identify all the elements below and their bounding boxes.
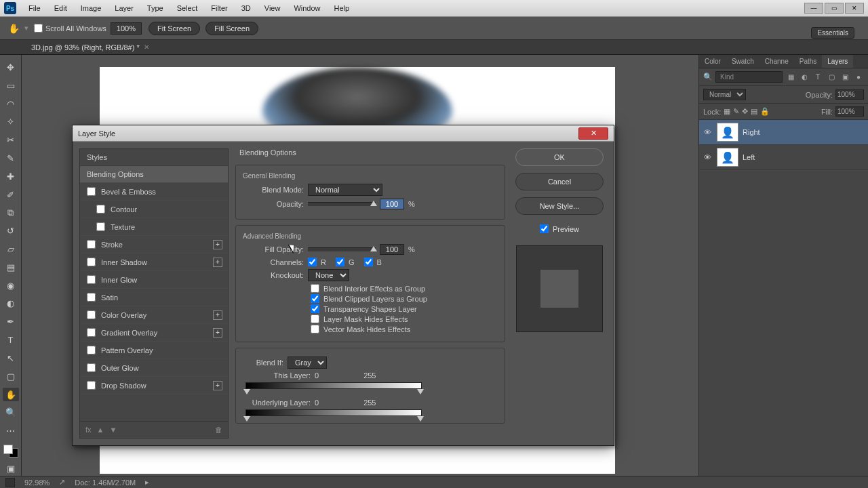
tab-channels[interactable]: Channe [760, 55, 794, 68]
lock-artboard-icon[interactable]: ▤ [751, 107, 757, 116]
new-style-button[interactable]: New Style... [515, 197, 604, 215]
channel-g-checkbox[interactable] [336, 258, 344, 266]
close-tab-icon[interactable]: ✕ [144, 43, 149, 51]
effect-outer-glow[interactable]: Outer Glow [80, 359, 228, 377]
add-effect-icon[interactable]: + [213, 258, 222, 267]
filter-smart-icon[interactable]: ▣ [840, 72, 850, 83]
add-effect-icon[interactable]: + [213, 381, 222, 390]
color-swatch[interactable] [3, 445, 18, 458]
status-zoom[interactable]: 92.98% [24, 479, 50, 487]
mini-bridge-icon[interactable] [5, 478, 15, 487]
visibility-icon[interactable]: 👁 [702, 127, 713, 138]
lock-transparency-icon[interactable]: ▦ [724, 107, 730, 116]
effect-checkbox[interactable] [96, 205, 105, 214]
fill-opacity-input[interactable]: 100 [380, 244, 404, 255]
filter-adjust-icon[interactable]: ◐ [799, 72, 810, 83]
quick-mask-icon[interactable]: ▣ [3, 462, 19, 476]
effect-checkbox[interactable] [87, 310, 96, 319]
brush-tool-icon[interactable]: ✐ [3, 188, 19, 202]
blend-clipped-checkbox[interactable] [311, 294, 319, 303]
visibility-icon[interactable]: 👁 [702, 152, 713, 163]
layer-fill-input[interactable] [835, 106, 864, 117]
this-layer-white-stop[interactable] [417, 389, 424, 394]
add-effect-icon[interactable]: + [213, 310, 222, 320]
effect-bevel-emboss[interactable]: Bevel & Emboss [80, 183, 228, 201]
layer-name[interactable]: Right [743, 128, 760, 136]
menu-edit[interactable]: Edit [47, 4, 74, 12]
layer-thumbnail[interactable]: 👤 [717, 123, 738, 142]
opacity-slider[interactable] [308, 202, 376, 206]
crop-tool-icon[interactable]: ✂ [3, 133, 19, 147]
layer-name[interactable]: Left [743, 153, 755, 161]
scroll-all-checkbox[interactable] [34, 24, 43, 33]
this-layer-gradient[interactable] [245, 382, 422, 389]
menu-select[interactable]: Select [170, 4, 205, 12]
effect-inner-glow[interactable]: Inner Glow [80, 271, 228, 289]
effect-inner-shadow[interactable]: Inner Shadow+ [80, 253, 228, 271]
effect-contour[interactable]: Contour [80, 201, 228, 218]
maximize-button[interactable]: ▭ [825, 3, 844, 14]
move-tool-icon[interactable]: ✥ [3, 60, 19, 75]
workspace-switcher[interactable]: Essentials [811, 27, 854, 39]
gradient-tool-icon[interactable]: ▤ [3, 260, 19, 274]
transparency-shapes-checkbox[interactable] [311, 304, 319, 313]
effect-blending-options[interactable]: Blending Options [80, 166, 228, 183]
stamp-tool-icon[interactable]: ⧉ [3, 206, 19, 220]
channel-r-checkbox[interactable] [308, 258, 317, 266]
layer-item-left[interactable]: 👁 👤 Left [699, 145, 868, 170]
knockout-dropdown[interactable]: None [308, 269, 349, 281]
menu-3d[interactable]: 3D [235, 4, 258, 12]
path-select-tool-icon[interactable]: ↖ [3, 351, 19, 365]
hand-tool-icon[interactable]: ✋ [3, 388, 19, 402]
zoom-input[interactable]: 100% [111, 22, 142, 35]
add-effect-icon[interactable]: + [213, 328, 222, 338]
opacity-input[interactable]: 100 [380, 199, 404, 209]
ok-button[interactable]: OK [515, 148, 604, 166]
effect-satin[interactable]: Satin [80, 289, 228, 306]
underlying-gradient[interactable] [245, 409, 422, 416]
filter-shape-icon[interactable]: ▢ [826, 72, 837, 83]
tab-color[interactable]: Color [699, 55, 726, 68]
type-tool-icon[interactable]: T [3, 333, 19, 347]
minimize-button[interactable]: — [804, 3, 823, 14]
effect-checkbox[interactable] [87, 240, 96, 249]
zoom-tool-icon[interactable]: 🔍 [3, 405, 19, 420]
blend-if-dropdown[interactable]: Gray [288, 357, 327, 369]
dialog-close-button[interactable]: ✕ [578, 127, 608, 140]
layer-thumbnail[interactable]: 👤 [717, 148, 738, 167]
fx-icon[interactable]: fx [85, 426, 92, 434]
effect-checkbox[interactable] [87, 293, 96, 302]
effect-texture[interactable]: Texture [80, 218, 228, 236]
lasso-tool-icon[interactable]: ◠ [3, 97, 19, 111]
menu-view[interactable]: View [258, 4, 288, 12]
effect-checkbox[interactable] [87, 258, 96, 266]
pen-tool-icon[interactable]: ✒ [3, 314, 19, 329]
blend-interior-checkbox[interactable] [311, 284, 319, 293]
trash-icon[interactable]: 🗑 [215, 426, 222, 434]
layer-item-right[interactable]: 👁 👤 Right [699, 120, 868, 145]
tab-swatches[interactable]: Swatch [726, 55, 760, 68]
menu-type[interactable]: Type [140, 4, 170, 12]
tab-paths[interactable]: Paths [794, 55, 823, 68]
eyedropper-tool-icon[interactable]: ✎ [3, 151, 19, 165]
layer-mask-hides-checkbox[interactable] [311, 314, 319, 323]
effect-checkbox[interactable] [87, 187, 96, 196]
fill-opacity-slider[interactable] [308, 247, 376, 251]
menu-window[interactable]: Window [287, 4, 327, 12]
hand-tool-icon[interactable]: ✋ [5, 20, 22, 37]
vector-mask-hides-checkbox[interactable] [311, 325, 319, 333]
styles-header[interactable]: Styles [80, 149, 228, 166]
this-layer-black-stop[interactable] [243, 389, 250, 394]
channel-b-checkbox[interactable] [364, 258, 373, 266]
dodge-tool-icon[interactable]: ◐ [3, 297, 19, 311]
effect-checkbox[interactable] [87, 275, 96, 284]
effect-checkbox[interactable] [96, 222, 105, 231]
history-brush-tool-icon[interactable]: ↺ [3, 224, 19, 238]
effect-stroke[interactable]: Stroke+ [80, 236, 228, 253]
filter-pixel-icon[interactable]: ▦ [785, 72, 796, 83]
shape-tool-icon[interactable]: ▢ [3, 369, 19, 384]
close-window-button[interactable]: ✕ [845, 3, 864, 14]
dialog-titlebar[interactable]: Layer Style ✕ [73, 125, 614, 142]
filter-type-icon[interactable]: T [812, 72, 823, 83]
effect-checkbox[interactable] [87, 381, 96, 390]
